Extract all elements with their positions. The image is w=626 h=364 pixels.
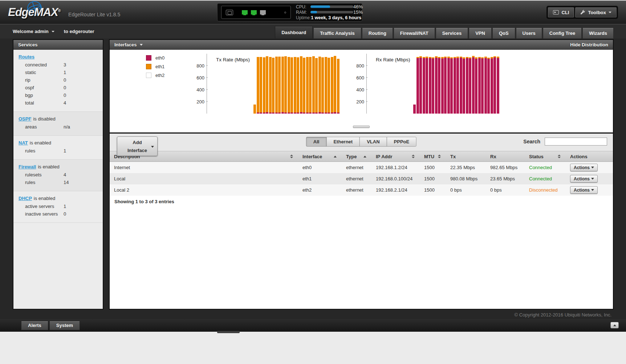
chevron-down-icon (151, 146, 154, 148)
tab-wizards[interactable]: Wizards (582, 28, 614, 38)
console-port-icon (226, 10, 233, 15)
tab-users[interactable]: Users (516, 28, 542, 38)
actions-button[interactable]: Actions (570, 186, 598, 194)
chart-bar (266, 56, 268, 114)
column-header-rx[interactable]: Rx (486, 154, 525, 159)
stat-label: ospf (25, 84, 64, 91)
cell-actions: Actions (566, 186, 613, 194)
tab-services[interactable]: Services (436, 28, 468, 38)
firewall-link[interactable]: Firewall (19, 164, 36, 169)
chart-bar (312, 56, 315, 114)
cell-type: ethernet (342, 176, 371, 181)
dhcp-status-text: is enabled (34, 196, 55, 201)
add-interface-button[interactable]: Add Interface (117, 136, 158, 156)
chevron-down-icon (591, 178, 594, 180)
column-header-ip-addr[interactable]: IP Addr (371, 154, 420, 159)
legend-item-eth0: eth0 (146, 55, 164, 61)
hide-distribution-button[interactable]: Hide Distribution (570, 42, 608, 48)
chevron-down-icon[interactable] (140, 44, 143, 46)
uptime-row: Uptime: 1 week, 3 days, 6 hours (296, 15, 363, 21)
system-tab[interactable]: System (49, 321, 80, 330)
ospf-link[interactable]: OSPF (19, 116, 31, 122)
bar-segment-eth0 (278, 113, 281, 114)
column-label: Status (529, 154, 544, 159)
tab-firewall-nat[interactable]: Firewall/NAT (394, 28, 435, 38)
bar-segment-eth0 (481, 58, 484, 114)
stat-row: connected3 (13, 61, 103, 69)
cpu-stat-row: CPU: 46% (296, 4, 363, 9)
cell-interface: eth0 (298, 165, 342, 170)
table-header-row: Description Interface Type IP Addr MTU T… (110, 151, 613, 162)
ram-percent: 15% (353, 9, 363, 15)
chart-title: Tx Rate (Mbps) (216, 57, 250, 62)
interfaces-panel-title[interactable]: Interfaces (114, 42, 137, 48)
tab-routing[interactable]: Routing (362, 28, 393, 38)
bar-segment-eth1 (269, 57, 272, 113)
add-button-line1: Add (117, 140, 157, 145)
toolbox-button-label: Toolbox (588, 10, 606, 15)
filter-tab-all[interactable]: All (306, 137, 327, 147)
rx-rate-chart: 200400600800Rx Rate (Mbps) (352, 54, 503, 121)
alerts-tab[interactable]: Alerts (21, 321, 48, 330)
panel-resize-grip[interactable] (353, 126, 370, 128)
legend-item-eth1: eth1 (146, 64, 164, 69)
welcome-menu[interactable]: Welcome admin to edgerouter (13, 29, 94, 34)
firewall-section: Firewallis enabled rulesets4 rules14 (13, 160, 103, 191)
tab-vpn[interactable]: VPN (469, 28, 492, 38)
sort-icon (558, 155, 561, 158)
toolbox-button[interactable]: Toolbox (575, 7, 617, 17)
chart-bar (456, 57, 459, 114)
filter-tab-pppoe[interactable]: PPPoE (387, 137, 417, 147)
tab-config-tree[interactable]: Config Tree (543, 28, 582, 38)
chart-bar (444, 57, 447, 114)
column-header-mtu[interactable]: MTU (420, 154, 446, 159)
dhcp-link[interactable]: DHCP (19, 196, 32, 201)
scrollbar-handle[interactable] (217, 331, 240, 333)
bar-segment-eth0 (426, 58, 428, 114)
chart-bar (419, 56, 422, 114)
cli-button[interactable]: CLI (548, 7, 574, 17)
actions-button[interactable]: Actions (570, 164, 598, 171)
cell-mtu: 1500 (420, 165, 446, 170)
cell-tx: 0 bps (446, 187, 486, 193)
chart-bar (481, 57, 484, 114)
bar-segment-eth1 (257, 57, 259, 113)
interfaces-panel: Interfaces Hide Distribution eth0 eth1 e… (109, 39, 614, 310)
bar-segment-eth0 (294, 113, 296, 114)
column-header-status[interactable]: Status (525, 154, 566, 159)
cell-rx: 0 bps (486, 187, 525, 193)
column-header-tx[interactable]: Tx (446, 154, 486, 159)
filter-tab-ethernet[interactable]: Ethernet (326, 137, 360, 147)
y-tick-mark (206, 89, 208, 90)
chart-bar (303, 58, 305, 114)
actions-button[interactable]: Actions (570, 175, 598, 183)
search-input[interactable] (545, 138, 607, 146)
ospf-section: OSPFis disabled areasn/a (13, 112, 103, 136)
chevron-down-icon (52, 31, 54, 32)
tab-traffic-analysis[interactable]: Traffic Analysis (313, 28, 361, 38)
tab-dashboard[interactable]: Dashboard (275, 26, 313, 38)
stat-label: rip (25, 76, 64, 84)
stat-row: active servers1 (13, 203, 103, 210)
nat-section-title: NATis enabled (13, 139, 103, 147)
bar-segment-eth0 (432, 58, 434, 114)
tab-qos[interactable]: QoS (492, 28, 515, 38)
bar-segment-eth1 (294, 57, 296, 113)
stat-value: 0 (64, 84, 66, 91)
routes-link[interactable]: Routes (19, 54, 34, 60)
y-tick-mark (366, 89, 367, 90)
chart-bar (450, 57, 453, 114)
collapse-panel-button[interactable] (610, 322, 619, 328)
column-header-interface[interactable]: Interface (298, 154, 342, 159)
y-tick-mark (366, 101, 367, 102)
y-tick-label: 600 (196, 75, 204, 81)
ram-stat-row: RAM: 15% (296, 9, 363, 15)
filter-tab-vlan[interactable]: VLAN (359, 137, 387, 147)
top-bar: EdgeMAX® EdgeRouter Lite v1.8.5 CPU: 46%… (0, 0, 626, 24)
bar-segment-eth0 (337, 113, 340, 114)
chart-bar (297, 57, 299, 114)
column-header-type[interactable]: Type (342, 154, 371, 159)
y-tick-label: 800 (356, 63, 364, 69)
nat-link[interactable]: NAT (19, 140, 28, 146)
chart-bar (337, 59, 340, 114)
